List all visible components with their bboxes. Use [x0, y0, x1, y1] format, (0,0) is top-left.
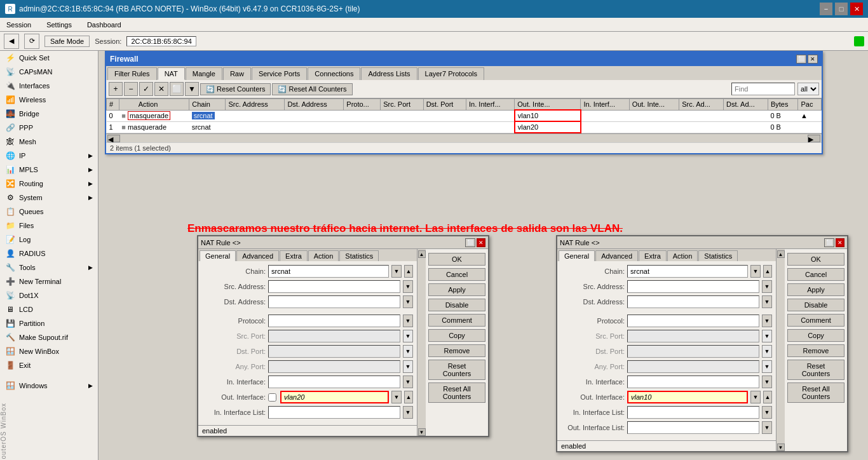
sidebar-item-interfaces[interactable]: 🔌 Interfaces	[0, 79, 98, 93]
scroll-up-1[interactable]: ▲	[418, 250, 426, 258]
dlg2-tab-general[interactable]: General	[559, 250, 595, 261]
dlg1-tab-statistics[interactable]: Statistics	[339, 250, 379, 261]
table-row[interactable]: 0 ■ masquerade srcnat	[107, 110, 822, 121]
scroll-left-btn[interactable]: ◀	[107, 135, 120, 142]
dlg1-tab-general[interactable]: General	[200, 250, 236, 261]
sidebar-item-dot1x[interactable]: 📡 Dot1X	[0, 288, 98, 302]
sidebar-item-windows[interactable]: 🪟 Windows	[0, 379, 98, 393]
firewall-title-buttons[interactable]: ⬜ ✕	[796, 55, 818, 64]
dlg2-tab-statistics[interactable]: Statistics	[698, 250, 738, 261]
chain-scroll-up-2[interactable]: ▲	[763, 265, 772, 278]
in-iface-input-1[interactable]	[268, 375, 400, 388]
protocol-dropdown-1[interactable]: ▼	[403, 315, 413, 327]
dst-addr-input-1[interactable]	[268, 295, 400, 308]
dialog1-comment-btn[interactable]: Comment	[428, 314, 485, 327]
sidebar-item-routing[interactable]: 🔀 Routing	[0, 177, 98, 191]
dialog2-copy-btn[interactable]: Copy	[787, 329, 844, 342]
copy-rule-button[interactable]: ⬜	[170, 82, 184, 96]
dialog1-restore-btn[interactable]: ⬜	[465, 238, 475, 247]
tab-raw[interactable]: Raw	[223, 67, 251, 80]
sidebar-item-ppp[interactable]: 🔗 PPP	[0, 121, 98, 135]
out-iface-input-1[interactable]	[280, 391, 389, 403]
sidebar-item-partition[interactable]: 💾 Partition	[0, 316, 98, 330]
remove-rule-button[interactable]: −	[124, 82, 138, 96]
sidebar-item-capsman[interactable]: 📡 CAPsMAN	[0, 65, 98, 79]
sidebar-item-mesh[interactable]: 🕸 Mesh	[0, 135, 98, 149]
out-iface-checkbox-1[interactable]	[268, 393, 276, 402]
menu-dashboard[interactable]: Dashboard	[83, 20, 125, 30]
find-scope-select[interactable]: all	[797, 83, 819, 95]
dst-addr-input-2[interactable]	[627, 295, 759, 308]
disable-rule-button[interactable]: ✕	[154, 82, 168, 96]
in-iface-list-dropdown-1[interactable]: ▼	[403, 406, 413, 419]
dialog2-close-btn[interactable]: ✕	[836, 238, 844, 247]
firewall-restore-button[interactable]: ⬜	[796, 55, 806, 64]
sidebar-item-make-supout[interactable]: 🔨 Make Supout.rif	[0, 330, 98, 344]
dialog1-cancel-btn[interactable]: Cancel	[428, 268, 485, 281]
out-iface-dropdown-1[interactable]: ▼	[391, 391, 402, 403]
sidebar-item-new-terminal[interactable]: ➕ New Terminal	[0, 274, 98, 288]
dialog2-scrollbar[interactable]: ▲ ▼	[776, 249, 785, 451]
scroll-down-1[interactable]: ▼	[418, 428, 426, 436]
dst-addr-dropdown-1[interactable]: ▼	[403, 295, 413, 308]
sidebar-item-system[interactable]: ⚙ System	[0, 191, 98, 205]
tab-layer7-protocols[interactable]: Layer7 Protocols	[418, 67, 485, 80]
refresh-button[interactable]: ⟳	[24, 34, 39, 49]
dialog2-comment-btn[interactable]: Comment	[787, 314, 844, 327]
in-iface-input-2[interactable]	[627, 375, 759, 388]
sidebar-item-bridge[interactable]: 🌉 Bridge	[0, 107, 98, 121]
scroll-down-2[interactable]: ▼	[777, 443, 785, 451]
filter-button[interactable]: ▼	[185, 82, 199, 96]
protocol-dropdown-2[interactable]: ▼	[762, 315, 772, 327]
dialog1-title-btns[interactable]: ⬜ ✕	[465, 238, 485, 247]
src-addr-input-2[interactable]	[627, 280, 759, 293]
menu-settings[interactable]: Settings	[43, 20, 76, 30]
sidebar-item-files[interactable]: 📁 Files	[0, 219, 98, 233]
dst-addr-dropdown-2[interactable]: ▼	[762, 295, 772, 308]
add-rule-button[interactable]: +	[109, 82, 123, 96]
chain-dropdown-2[interactable]: ▼	[750, 265, 761, 278]
out-iface-dropdown-2[interactable]: ▼	[750, 391, 761, 403]
tab-mangle[interactable]: Mangle	[186, 67, 222, 80]
dlg2-tab-action[interactable]: Action	[667, 250, 698, 261]
protocol-input-2[interactable]	[627, 315, 759, 327]
enable-rule-button[interactable]: ✓	[139, 82, 153, 96]
tab-nat[interactable]: NAT	[158, 67, 185, 80]
dialog2-reset-counters-btn[interactable]: Reset Counters	[787, 360, 844, 380]
out-iface-scroll-up-2[interactable]: ▲	[763, 391, 772, 403]
dlg1-tab-action[interactable]: Action	[308, 250, 339, 261]
sidebar-item-quickset[interactable]: ⚡ Quick Set	[0, 51, 98, 65]
sidebar-item-queues[interactable]: 📋 Queues	[0, 205, 98, 219]
dialog1-scrollbar[interactable]: ▲ ▼	[417, 249, 426, 436]
in-iface-list-input-2[interactable]	[627, 406, 759, 419]
out-iface-list-input-2[interactable]	[627, 421, 759, 434]
sidebar-item-tools[interactable]: 🔧 Tools	[0, 260, 98, 274]
dlg2-tab-extra[interactable]: Extra	[639, 250, 667, 261]
tab-connections[interactable]: Connections	[308, 67, 360, 80]
firewall-close-button[interactable]: ✕	[808, 55, 818, 64]
chain-scroll-up-1[interactable]: ▲	[404, 265, 413, 278]
maximize-button[interactable]: □	[835, 3, 848, 15]
dialog1-remove-btn[interactable]: Remove	[428, 344, 485, 357]
table-row[interactable]: 1 ■ masquerade srcnat	[107, 121, 822, 133]
sidebar-item-new-winbox[interactable]: 🪟 New WinBox	[0, 344, 98, 358]
chain-input-2[interactable]	[627, 265, 748, 278]
src-addr-dropdown-2[interactable]: ▼	[762, 280, 772, 293]
src-addr-input-1[interactable]	[268, 280, 400, 293]
scroll-up-2[interactable]: ▲	[777, 250, 785, 258]
table-scrollbar-h[interactable]: ◀ ▶	[106, 133, 822, 142]
dialog2-reset-all-counters-btn[interactable]: Reset All Counters	[787, 382, 844, 403]
dialog1-ok-btn[interactable]: OK	[428, 253, 485, 266]
tab-filter-rules[interactable]: Filter Rules	[107, 67, 157, 80]
back-button[interactable]: ◀	[4, 34, 19, 49]
sidebar-item-exit[interactable]: 🚪 Exit	[0, 358, 98, 372]
chain-dropdown-1[interactable]: ▼	[391, 265, 402, 278]
dialog2-cancel-btn[interactable]: Cancel	[787, 268, 844, 281]
dialog1-disable-btn[interactable]: Disable	[428, 299, 485, 311]
dlg2-tab-advanced[interactable]: Advanced	[595, 250, 638, 261]
reset-counters-button[interactable]: 🔄 Reset Counters	[200, 83, 271, 95]
tab-address-lists[interactable]: Address Lists	[361, 67, 417, 80]
in-iface-list-input-1[interactable]	[268, 406, 400, 419]
title-bar-controls[interactable]: − □ ✕	[820, 3, 863, 15]
reset-all-counters-button[interactable]: 🔄 Reset All Counters	[272, 83, 352, 95]
